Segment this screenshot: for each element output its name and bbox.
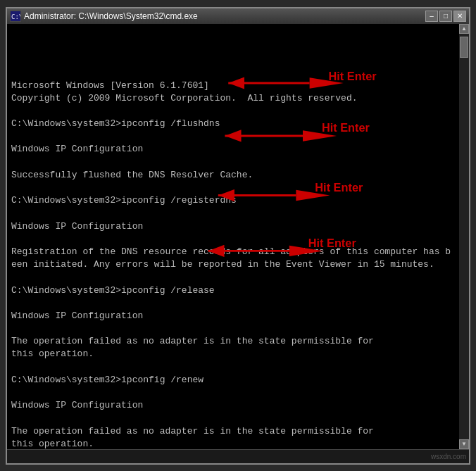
terminal-line: Microsoft Windows [Version 6.1.7601]	[11, 80, 455, 92]
title-bar: C:\ Administrator: C:\Windows\System32\c…	[7, 8, 469, 24]
terminal-line: Windows IP Configuration	[11, 143, 455, 156]
terminal-line: Successfully flushed the DNS Resolver Ca…	[11, 169, 455, 182]
terminal-line: C:\Windows\system32>ipconfig /flushdns	[11, 118, 455, 130]
watermark: wsxdn.com	[431, 453, 466, 460]
content-area: Microsoft Windows [Version 6.1.7601]Copy…	[7, 24, 469, 449]
terminal-line: The operation failed as no adapter is in…	[11, 335, 455, 348]
terminal-line: Windows IP Configuration	[11, 399, 455, 412]
terminal-line	[11, 297, 455, 310]
terminal-lines: Microsoft Windows [Version 6.1.7601]Copy…	[11, 80, 455, 449]
terminal-line: Windows IP Configuration	[11, 220, 455, 233]
window-title: Administrator: C:\Windows\System32\cmd.e…	[24, 11, 198, 21]
terminal-line: C:\Windows\system32>ipconfig /release	[11, 284, 455, 297]
terminal-line	[11, 156, 455, 169]
scrollbar[interactable]: ▲ ▼	[459, 24, 469, 449]
terminal-line	[11, 271, 455, 284]
scroll-up-button[interactable]: ▲	[459, 24, 469, 34]
terminal-line	[11, 182, 455, 194]
terminal-line	[11, 105, 455, 118]
minimize-button[interactable]: –	[425, 11, 438, 22]
cmd-icon: C:\	[10, 11, 21, 22]
terminal-line: een initiated. Any errors will be report…	[11, 258, 455, 271]
close-button[interactable]: ✕	[453, 11, 466, 22]
terminal-line	[11, 207, 455, 220]
title-bar-left: C:\ Administrator: C:\Windows\System32\c…	[10, 11, 198, 22]
scrollbar-thumb[interactable]	[460, 37, 468, 58]
terminal-line: Copyright (c) 2009 Microsoft Corporation…	[11, 92, 455, 105]
terminal-line: The operation failed as no adapter is in…	[11, 425, 455, 438]
window-controls: – □ ✕	[425, 11, 466, 22]
terminal-line	[11, 361, 455, 374]
terminal-line: this operation.	[11, 348, 455, 360]
terminal-line	[11, 233, 455, 246]
terminal-output[interactable]: Microsoft Windows [Version 6.1.7601]Copy…	[7, 24, 459, 449]
terminal-content: Microsoft Windows [Version 6.1.7601]Copy…	[11, 48, 455, 449]
terminal-line: C:\Windows\system32>ipconfig /registerdn…	[11, 194, 455, 207]
terminal-line: Registration of the DNS resource records…	[11, 246, 455, 258]
terminal-line	[11, 412, 455, 425]
terminal-line	[11, 322, 455, 335]
terminal-line: Windows IP Configuration	[11, 310, 455, 322]
bottom-bar: wsxdn.com	[7, 449, 469, 463]
scroll-down-button[interactable]: ▼	[459, 439, 469, 449]
terminal-line	[11, 130, 455, 143]
cmd-window: C:\ Administrator: C:\Windows\System32\c…	[6, 7, 470, 465]
scrollbar-track[interactable]	[459, 34, 469, 439]
svg-text:C:\: C:\	[11, 13, 20, 20]
terminal-line: C:\Windows\system32>ipconfig /renew	[11, 374, 455, 387]
terminal-line: this operation.	[11, 438, 455, 449]
maximize-button[interactable]: □	[439, 11, 452, 22]
terminal-line	[11, 387, 455, 399]
